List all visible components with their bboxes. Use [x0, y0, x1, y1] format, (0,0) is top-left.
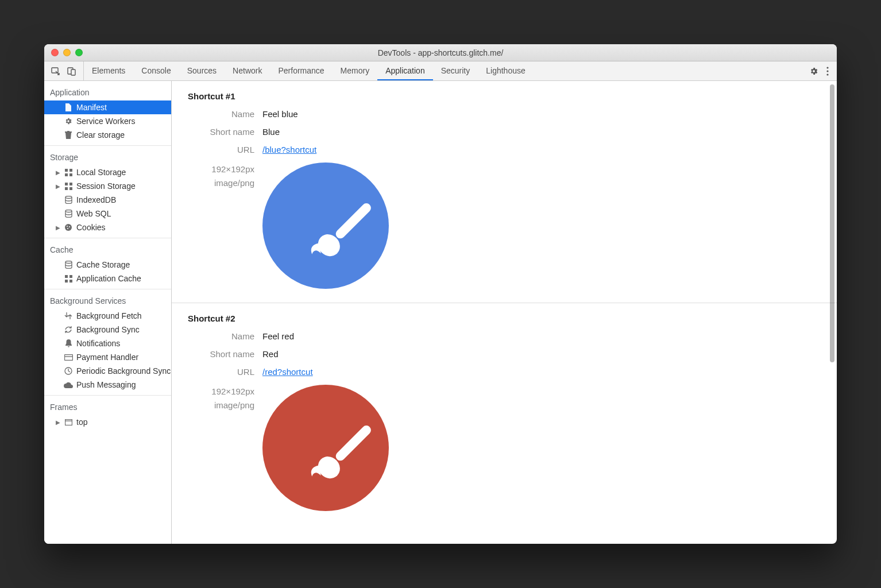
sidebar-item-push-messaging[interactable]: Push Messaging: [44, 378, 171, 392]
field-label: URL: [188, 367, 262, 377]
clock-icon: [64, 367, 73, 375]
field-label: Name: [188, 331, 262, 341]
svg-rect-10: [65, 183, 68, 185]
svg-point-19: [67, 228, 68, 229]
sidebar-item-session-storage[interactable]: ▶ Session Storage: [44, 179, 171, 193]
shortcut-url-link[interactable]: /blue?shortcut: [262, 145, 316, 154]
svg-rect-22: [69, 275, 72, 278]
sidebar-item-label: Session Storage: [76, 181, 136, 191]
sidebar-item-background-fetch[interactable]: Background Fetch: [44, 309, 171, 323]
trash-icon: [64, 131, 73, 139]
grid-icon: [64, 275, 73, 283]
shortcut-icon: [262, 163, 389, 289]
sidebar-item-websql[interactable]: Web SQL: [44, 207, 171, 220]
sidebar-item-application-cache[interactable]: Application Cache: [44, 272, 171, 285]
sidebar-item-top-frame[interactable]: ▶ top: [44, 415, 171, 429]
field-label: Name: [188, 109, 262, 119]
sidebar-item-label: top: [76, 417, 87, 427]
sidebar-item-periodic-sync[interactable]: Periodic Background Sync: [44, 364, 171, 378]
devtools-toolbar: Elements Console Sources Network Perform…: [44, 61, 837, 81]
chevron-right-icon[interactable]: ▶: [56, 169, 60, 176]
shortcut-section: Shortcut #2 Name Feel red Short name Red…: [172, 303, 837, 525]
svg-rect-2: [71, 69, 75, 75]
field-value: Blue: [262, 127, 280, 137]
sidebar-item-label: Cookies: [76, 223, 106, 232]
fetch-icon: [64, 312, 73, 320]
sidebar-item-label: Background Fetch: [76, 311, 142, 320]
maximize-icon[interactable]: [75, 49, 83, 56]
icon-mime: image/png: [188, 176, 254, 190]
more-icon[interactable]: [826, 67, 829, 76]
tab-security[interactable]: Security: [433, 61, 478, 80]
chevron-right-icon[interactable]: ▶: [56, 419, 60, 425]
icon-dimensions: 192×192px: [188, 385, 254, 399]
sidebar-item-label: Notifications: [76, 339, 120, 348]
group-storage: Storage: [44, 149, 171, 165]
svg-rect-12: [65, 187, 68, 190]
gear-icon[interactable]: [809, 67, 818, 76]
tab-console[interactable]: Console: [133, 61, 179, 80]
close-icon[interactable]: [51, 49, 59, 56]
sidebar-item-label: Web SQL: [76, 209, 111, 218]
svg-point-18: [69, 226, 70, 227]
svg-point-30: [262, 163, 389, 289]
application-sidebar: Application Manifest Service Workers Cle…: [44, 81, 172, 544]
scrollbar-thumb[interactable]: [830, 84, 834, 362]
svg-rect-11: [69, 183, 72, 185]
svg-point-14: [65, 196, 72, 199]
inspect-icon[interactable]: [51, 67, 60, 76]
tab-memory[interactable]: Memory: [333, 61, 378, 80]
svg-point-4: [826, 70, 828, 72]
svg-rect-25: [64, 354, 72, 360]
svg-rect-23: [65, 280, 68, 283]
frame-icon: [64, 419, 73, 425]
chevron-right-icon[interactable]: ▶: [56, 183, 60, 189]
sidebar-item-cache-storage[interactable]: Cache Storage: [44, 258, 171, 272]
sidebar-item-indexeddb[interactable]: IndexedDB: [44, 193, 171, 207]
svg-point-15: [65, 210, 72, 212]
window-controls: [51, 49, 83, 56]
titlebar: DevTools - app-shortcuts.glitch.me/: [44, 44, 837, 61]
icon-mime: image/png: [188, 399, 254, 412]
svg-rect-21: [65, 275, 68, 278]
cloud-icon: [64, 382, 73, 388]
sidebar-item-payment-handler[interactable]: Payment Handler: [44, 350, 171, 364]
chevron-right-icon[interactable]: ▶: [56, 225, 60, 231]
grid-icon: [64, 169, 73, 176]
sidebar-item-clear-storage[interactable]: Clear storage: [44, 128, 171, 142]
tab-application[interactable]: Application: [377, 61, 433, 80]
svg-point-3: [826, 67, 828, 68]
sidebar-item-local-storage[interactable]: ▶ Local Storage: [44, 165, 171, 179]
svg-point-17: [67, 226, 68, 227]
sidebar-item-label: Local Storage: [76, 168, 126, 177]
sidebar-item-label: Application Cache: [76, 274, 141, 283]
sidebar-item-background-sync[interactable]: Background Sync: [44, 323, 171, 336]
sidebar-item-label: Service Workers: [76, 117, 135, 126]
shortcut-section: Shortcut #1 Name Feel blue Short name Bl…: [172, 81, 837, 303]
device-icon[interactable]: [67, 67, 76, 76]
database-icon: [64, 210, 73, 218]
bell-icon: [64, 339, 73, 347]
scrollbar[interactable]: [828, 81, 836, 544]
sidebar-item-notifications[interactable]: Notifications: [44, 336, 171, 350]
minimize-icon[interactable]: [63, 49, 71, 56]
sidebar-item-cookies[interactable]: ▶ Cookies: [44, 220, 171, 234]
sync-icon: [64, 326, 73, 334]
cookie-icon: [64, 223, 73, 231]
tab-sources[interactable]: Sources: [179, 61, 225, 80]
sidebar-item-service-workers[interactable]: Service Workers: [44, 114, 171, 128]
svg-point-20: [65, 261, 72, 264]
field-value: Red: [262, 349, 279, 359]
sidebar-item-label: Clear storage: [76, 130, 125, 140]
tab-performance[interactable]: Performance: [270, 61, 332, 80]
devtools-window: DevTools - app-shortcuts.glitch.me/ Elem…: [44, 44, 837, 544]
svg-point-33: [262, 385, 389, 511]
tab-network[interactable]: Network: [225, 61, 270, 80]
database-icon: [64, 196, 73, 204]
field-value: Feel red: [262, 331, 294, 341]
tab-lighthouse[interactable]: Lighthouse: [478, 61, 534, 80]
tab-elements[interactable]: Elements: [84, 61, 133, 80]
svg-rect-6: [65, 169, 68, 172]
sidebar-item-manifest[interactable]: Manifest: [44, 100, 171, 114]
shortcut-url-link[interactable]: /red?shortcut: [262, 367, 313, 377]
